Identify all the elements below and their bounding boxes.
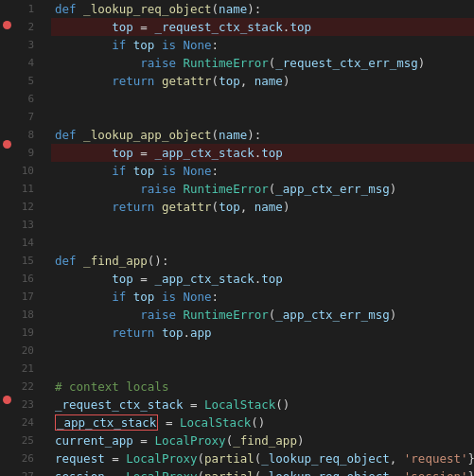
bp-slot[interactable] bbox=[0, 17, 13, 34]
bp-slot[interactable] bbox=[0, 238, 13, 256]
token-kw: is None bbox=[154, 290, 211, 304]
token-var: top bbox=[133, 290, 155, 304]
bp-slot[interactable] bbox=[0, 85, 13, 102]
line-number: 12 bbox=[13, 198, 34, 216]
bp-slot[interactable] bbox=[0, 306, 13, 323]
code-line bbox=[51, 90, 474, 108]
bp-slot[interactable] bbox=[0, 187, 13, 204]
bp-slot[interactable] bbox=[0, 119, 13, 136]
token-param: name bbox=[219, 128, 247, 142]
token-plain: ) bbox=[283, 74, 290, 88]
code-line bbox=[51, 216, 474, 234]
fold-slot bbox=[38, 273, 51, 290]
fold-slot bbox=[38, 102, 51, 119]
token-plain: ( bbox=[212, 200, 219, 214]
token-param: name bbox=[219, 2, 247, 16]
code-line: raise RuntimeError(_app_ctx_err_msg) bbox=[51, 180, 474, 198]
line-number: 13 bbox=[13, 216, 34, 234]
token-fn: partial bbox=[204, 451, 255, 466]
fold-slot bbox=[38, 306, 51, 323]
token-kw: is None bbox=[154, 38, 211, 52]
token-plain: : bbox=[212, 38, 219, 52]
fold-slot bbox=[38, 85, 51, 102]
fold-slot bbox=[38, 17, 51, 34]
token-plain: ( bbox=[212, 74, 219, 88]
fold-slot bbox=[38, 289, 51, 306]
code-line: def _lookup_req_object(name): bbox=[51, 0, 474, 18]
bp-slot[interactable] bbox=[0, 136, 13, 153]
code-line: # context locals bbox=[51, 378, 474, 396]
line-number: 20 bbox=[13, 342, 34, 360]
token-var: app bbox=[190, 326, 212, 340]
token-var: top bbox=[112, 20, 133, 34]
fold-slot bbox=[38, 340, 51, 357]
code-line bbox=[51, 342, 474, 360]
bp-slot[interactable] bbox=[0, 221, 13, 238]
bp-slot[interactable] bbox=[0, 425, 13, 442]
token-plain bbox=[55, 164, 112, 178]
fold-slot bbox=[38, 391, 51, 408]
code-line: top = _app_ctx_stack.top bbox=[51, 270, 474, 288]
bp-slot[interactable] bbox=[0, 153, 13, 170]
line-number: 6 bbox=[13, 90, 34, 108]
token-kw: raise bbox=[140, 56, 183, 70]
fold-slot bbox=[38, 51, 51, 68]
bp-slot[interactable] bbox=[0, 408, 13, 425]
bp-slot[interactable] bbox=[0, 374, 13, 391]
bp-slot[interactable] bbox=[0, 34, 13, 51]
code-line: _request_ctx_stack = LocalStack() bbox=[51, 396, 474, 414]
token-plain: ): bbox=[247, 2, 261, 16]
bp-slot[interactable] bbox=[0, 204, 13, 221]
fold-slot bbox=[38, 153, 51, 170]
line-number: 23 bbox=[13, 396, 34, 414]
bp-slot[interactable] bbox=[0, 391, 13, 408]
bp-slot[interactable] bbox=[0, 340, 13, 357]
line-number: 18 bbox=[13, 306, 34, 324]
token-plain: = bbox=[105, 451, 127, 466]
line-number: 16 bbox=[13, 270, 34, 288]
code-line: top = _app_ctx_stack.top bbox=[51, 144, 474, 162]
token-plain: , bbox=[390, 469, 404, 476]
token-kw: if bbox=[112, 164, 133, 178]
token-plain: ) bbox=[283, 200, 290, 214]
bp-slot[interactable] bbox=[0, 459, 13, 476]
token-cls: RuntimeError bbox=[183, 308, 268, 322]
bp-slot[interactable] bbox=[0, 289, 13, 306]
bp-slot[interactable] bbox=[0, 51, 13, 68]
token-fn: _lookup_app_object bbox=[83, 128, 211, 142]
token-plain: , bbox=[390, 451, 404, 466]
bp-slot[interactable] bbox=[0, 323, 13, 340]
code-line: raise RuntimeError(_app_ctx_err_msg) bbox=[51, 306, 474, 324]
token-fn: getattr bbox=[162, 200, 212, 214]
fold-slot bbox=[38, 357, 51, 374]
token-plain bbox=[55, 146, 112, 160]
code-line: def _find_app(): bbox=[51, 252, 474, 270]
token-fn: _lookup_req_object bbox=[83, 2, 211, 16]
fold-slot bbox=[38, 323, 51, 340]
bp-slot[interactable] bbox=[0, 68, 13, 85]
code-line: return top.app bbox=[51, 324, 474, 342]
line-number: 1 bbox=[13, 0, 34, 18]
code-line: request = LocalProxy(partial(_lookup_req… bbox=[51, 450, 474, 467]
token-var: top bbox=[112, 272, 133, 286]
bp-slot[interactable] bbox=[0, 0, 13, 17]
line-numbers: 1234567891011121314151617181920212223242… bbox=[13, 0, 38, 476]
bp-slot[interactable] bbox=[0, 256, 13, 273]
code-line: return getattr(top, name) bbox=[51, 72, 474, 90]
bp-slot[interactable] bbox=[0, 170, 13, 187]
token-cls: LocalProxy bbox=[126, 469, 197, 476]
token-kw: raise bbox=[140, 182, 183, 196]
line-number: 26 bbox=[13, 450, 34, 467]
code-line: if top is None: bbox=[51, 288, 474, 306]
token-plain: ) bbox=[390, 308, 397, 322]
bp-slot[interactable] bbox=[0, 273, 13, 290]
line-number: 3 bbox=[13, 36, 34, 54]
fold-slot bbox=[38, 256, 51, 273]
bp-slot[interactable] bbox=[0, 442, 13, 459]
token-plain: (): bbox=[148, 254, 169, 268]
code-line: session = LocalProxy(partial(_lookup_req… bbox=[51, 467, 474, 476]
line-number: 8 bbox=[13, 126, 34, 144]
bp-slot[interactable] bbox=[0, 357, 13, 374]
bp-slot[interactable] bbox=[0, 102, 13, 119]
fold-slot bbox=[38, 238, 51, 256]
